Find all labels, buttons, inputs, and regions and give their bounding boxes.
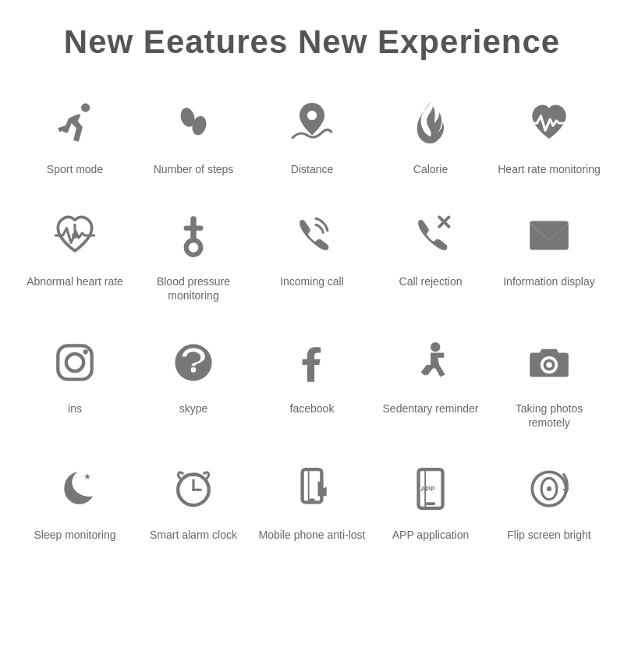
svg-rect-27 — [309, 498, 314, 501]
feature-label-sleep: Sleep monitoring — [34, 528, 115, 542]
feature-item-flip: Flip screen bright — [490, 450, 608, 554]
facebook-icon — [281, 331, 343, 394]
feature-label-alarm: Smart alarm clock — [150, 528, 237, 542]
svg-point-4 — [72, 232, 77, 238]
feature-label-skype: skype — [179, 401, 208, 416]
svg-point-19 — [546, 362, 551, 367]
feature-item-heart-rate: Heart rate monitoring — [490, 84, 608, 189]
feature-label-facebook: facebook — [290, 401, 335, 416]
feature-item-app: APP APP application — [371, 450, 490, 554]
feature-item-sport-mode: Sport mode — [16, 84, 134, 189]
svg-text:APP: APP — [421, 485, 435, 493]
feature-item-incoming-call: Incoming call — [253, 196, 371, 315]
feature-label-photos: Taking photos remotely — [494, 401, 604, 430]
feature-label-incoming-call: Incoming call — [280, 274, 344, 288]
feature-item-info-display: Information display — [490, 196, 608, 315]
feature-label-app: APP application — [392, 528, 470, 542]
feature-label-antilost: Mobile phone anti-lost — [259, 528, 366, 542]
svg-marker-37 — [562, 489, 569, 493]
feature-item-distance: Distance — [253, 84, 371, 189]
svg-rect-33 — [426, 502, 435, 505]
feature-label-call-rejection: Call rejection — [399, 274, 463, 288]
svg-point-16 — [431, 342, 440, 352]
page-title: New Eeatures New Experience — [64, 23, 560, 61]
steps-icon — [162, 92, 225, 154]
feature-label-heart-rate: Heart rate monitoring — [498, 162, 601, 176]
photos-icon — [518, 331, 580, 394]
app-icon: APP — [399, 458, 462, 520]
sport-mode-icon — [44, 92, 106, 154]
feature-label-blood-pressure: Blood pressure monitoring — [138, 274, 249, 302]
feature-label-info-display: Information display — [503, 274, 595, 288]
svg-point-13 — [66, 353, 83, 370]
sedentary-icon — [399, 331, 462, 394]
feature-item-skype: skype — [134, 324, 253, 442]
distance-icon — [281, 92, 343, 154]
feature-item-steps: Number of steps — [134, 84, 253, 189]
sleep-icon: ★ — [44, 458, 106, 520]
feature-item-call-rejection: Call rejection — [371, 196, 490, 315]
blood-pressure-icon — [162, 204, 225, 267]
svg-text:★: ★ — [83, 472, 91, 481]
antilost-icon — [281, 458, 343, 520]
feature-label-distance: Distance — [291, 162, 333, 176]
svg-point-14 — [83, 349, 88, 354]
feature-label-calorie: Calorie — [413, 162, 448, 176]
feature-label-sport-mode: Sport mode — [47, 162, 103, 176]
svg-rect-7 — [184, 226, 204, 231]
svg-point-0 — [81, 104, 90, 112]
feature-label-abnormal-heart: Abnormal heart rate — [27, 274, 123, 288]
abnormal-heart-icon — [44, 204, 106, 267]
alarm-icon — [162, 458, 225, 520]
info-display-icon — [518, 204, 580, 267]
features-grid: Sport mode Number of steps Distance Calo… — [16, 84, 608, 554]
feature-item-sleep: ★ Sleep monitoring — [16, 450, 134, 554]
ins-icon — [44, 331, 106, 394]
skype-icon — [162, 331, 225, 394]
feature-item-antilost: Mobile phone anti-lost — [253, 450, 371, 554]
feature-label-sedentary: Sedentary reminder — [383, 401, 479, 416]
call-rejection-icon — [399, 204, 462, 267]
feature-item-photos: Taking photos remotely — [490, 324, 608, 442]
feature-item-abnormal-heart: Abnormal heart rate — [16, 196, 134, 315]
svg-point-3 — [307, 111, 317, 120]
feature-item-sedentary: Sedentary reminder — [371, 324, 490, 442]
svg-rect-15 — [191, 367, 196, 372]
feature-item-ins: ins — [16, 324, 134, 442]
feature-label-steps: Number of steps — [154, 162, 234, 176]
feature-item-facebook: facebook — [253, 324, 371, 442]
svg-point-36 — [547, 486, 551, 491]
calorie-icon — [399, 92, 462, 154]
flip-icon — [518, 458, 580, 520]
feature-label-ins: ins — [68, 401, 82, 416]
feature-item-calorie: Calorie — [371, 84, 490, 189]
svg-point-9 — [189, 242, 198, 252]
feature-label-flip: Flip screen bright — [507, 528, 590, 542]
heart-rate-icon — [518, 92, 580, 154]
feature-item-blood-pressure: Blood pressure monitoring — [134, 196, 253, 315]
feature-item-alarm: Smart alarm clock — [134, 450, 253, 554]
incoming-call-icon — [281, 204, 343, 267]
svg-rect-25 — [189, 473, 198, 476]
